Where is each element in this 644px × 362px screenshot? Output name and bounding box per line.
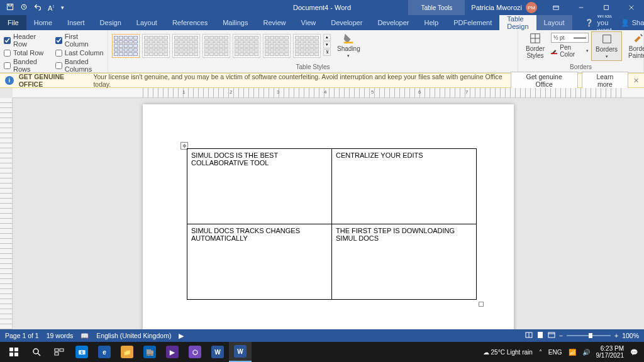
- tab-table-design[interactable]: Table Design: [499, 15, 536, 30]
- zoom-level[interactable]: 100%: [622, 332, 639, 339]
- table-resize-handle[interactable]: [479, 302, 484, 307]
- taskbar-word[interactable]: W: [229, 342, 252, 362]
- zoom-in-icon[interactable]: +: [614, 332, 618, 339]
- taskbar-app[interactable]: W: [206, 342, 229, 362]
- tray-clock[interactable]: 6:23 PM 9/17/2021: [596, 345, 625, 359]
- check-first-column[interactable]: First Column: [55, 33, 104, 48]
- ribbon-tabs: File Home Insert Design Layout Reference…: [0, 15, 644, 30]
- svg-rect-22: [14, 353, 18, 356]
- start-button[interactable]: [3, 342, 25, 362]
- border-styles-button[interactable]: Border Styles: [522, 31, 548, 60]
- zoom-slider[interactable]: [567, 335, 611, 336]
- tab-design[interactable]: Design: [92, 15, 129, 30]
- svg-rect-1: [9, 4, 12, 6]
- learn-more-button[interactable]: Learn more: [582, 72, 628, 89]
- contextual-tab-label: Table Tools: [408, 0, 465, 15]
- minimize-icon[interactable]: [569, 0, 594, 15]
- table-cell[interactable]: CENTRALIZE YOUR EDITS: [332, 149, 477, 224]
- maximize-icon[interactable]: [594, 0, 619, 15]
- status-words[interactable]: 19 words: [47, 332, 74, 339]
- tab-help[interactable]: Help: [417, 15, 447, 30]
- tray-chevron-icon[interactable]: ˄: [539, 349, 542, 356]
- info-icon: i: [5, 76, 14, 85]
- taskbar-app[interactable]: 📧: [70, 342, 93, 362]
- document-title: Document4 - Word: [293, 4, 351, 11]
- user-account[interactable]: Patricia Mworozi PM: [465, 2, 543, 13]
- search-icon[interactable]: [25, 342, 48, 362]
- tray-wifi-icon[interactable]: 📶: [569, 349, 576, 356]
- gallery-up-icon[interactable]: ▴: [323, 34, 331, 41]
- check-header-row[interactable]: Header Row: [4, 33, 49, 48]
- close-icon[interactable]: [619, 0, 644, 15]
- windows-taskbar: 📧 e 📁 🏬 ▶ ⬡ W W ☁ 25°C Light rain ˄ ENG …: [0, 342, 644, 362]
- read-mode-icon[interactable]: [525, 331, 533, 340]
- status-page[interactable]: Page 1 of 1: [5, 332, 39, 339]
- qat-more-icon[interactable]: ▾: [61, 4, 64, 11]
- banner-title: GET GENUINE OFFICE: [19, 73, 89, 88]
- undo-icon[interactable]: [34, 3, 42, 12]
- tab-references[interactable]: References: [165, 15, 215, 30]
- tell-me-search[interactable]: ❔ Tell me what you want to do: [585, 15, 612, 30]
- horizontal-ruler[interactable]: 1 2 3 4 5 6 7: [13, 88, 644, 98]
- tab-developer-2[interactable]: Developer: [370, 15, 416, 30]
- tab-table-layout[interactable]: Layout: [536, 15, 572, 30]
- check-banded-columns[interactable]: Banded Columns: [55, 58, 104, 73]
- spellcheck-icon[interactable]: 📖: [80, 332, 89, 340]
- tab-view[interactable]: View: [294, 15, 324, 30]
- taskbar-app[interactable]: ⬡: [184, 342, 206, 362]
- borders-button[interactable]: Borders ▾: [591, 31, 622, 61]
- border-weight-select[interactable]: ½ pt: [551, 33, 589, 43]
- document-table[interactable]: SIMUL DOCS IS THE BEST COLLABORATIVE TOO…: [187, 148, 477, 300]
- ribbon-options-icon[interactable]: [543, 0, 569, 15]
- check-banded-rows[interactable]: Banded Rows: [4, 58, 49, 73]
- share-button[interactable]: 👤 Share: [612, 15, 644, 30]
- tab-mailings[interactable]: Mailings: [215, 15, 255, 30]
- svg-rect-17: [548, 332, 555, 337]
- svg-rect-13: [602, 35, 611, 43]
- taskbar-app[interactable]: 🏬: [138, 342, 161, 362]
- tab-insert[interactable]: Insert: [60, 15, 92, 30]
- get-genuine-button[interactable]: Get genuine Office: [511, 72, 578, 89]
- zoom-out-icon[interactable]: −: [559, 332, 563, 339]
- banner-close-icon[interactable]: ✕: [633, 77, 639, 84]
- tab-developer[interactable]: Developer: [323, 15, 370, 30]
- table-cell[interactable]: SIMUL DOCS IS THE BEST COLLABORATIVE TOO…: [187, 149, 332, 224]
- web-layout-icon[interactable]: [548, 331, 555, 340]
- status-language[interactable]: English (United Kingdom): [96, 332, 171, 339]
- group-label-borders: Borders: [522, 63, 640, 71]
- gallery-down-icon[interactable]: ▾: [323, 41, 331, 48]
- svg-rect-12: [551, 53, 557, 54]
- print-layout-icon[interactable]: [536, 331, 544, 340]
- tab-review[interactable]: Review: [256, 15, 294, 30]
- tab-pdfelement[interactable]: PDFelement: [446, 15, 499, 30]
- pen-color-button[interactable]: Pen Color▾: [551, 44, 589, 58]
- tray-lang[interactable]: ENG: [548, 349, 562, 356]
- table-cell[interactable]: THE FIRST STEP IS DOWNLOADING SIMUL DOCS: [332, 224, 477, 300]
- task-view-icon[interactable]: [48, 342, 70, 362]
- font-size-icon[interactable]: A↕: [48, 4, 55, 12]
- macro-icon[interactable]: ▶: [179, 332, 184, 339]
- tab-file[interactable]: File: [0, 15, 26, 30]
- tray-notifications-icon[interactable]: 💬: [630, 349, 638, 356]
- avatar: PM: [526, 2, 537, 13]
- shading-button[interactable]: Shading ▾: [333, 31, 364, 60]
- svg-rect-26: [60, 349, 64, 351]
- taskbar-app[interactable]: ▶: [161, 342, 184, 362]
- tab-home[interactable]: Home: [26, 15, 60, 30]
- taskbar-app[interactable]: e: [93, 342, 116, 362]
- taskbar-app[interactable]: 📁: [116, 342, 138, 362]
- check-total-row[interactable]: Total Row: [4, 49, 49, 57]
- gallery-more-icon[interactable]: ⊻: [323, 49, 331, 56]
- tab-layout[interactable]: Layout: [129, 15, 165, 30]
- table-cell[interactable]: SIMUL DOCS TRACKS CHANGES AUTOMATICALLY: [187, 224, 332, 300]
- border-painter-button[interactable]: Border Painter: [625, 31, 644, 60]
- autosave-icon[interactable]: [20, 3, 28, 12]
- check-last-column[interactable]: Last Column: [55, 49, 104, 57]
- weather-widget[interactable]: ☁ 25°C Light rain: [483, 349, 533, 356]
- vertical-ruler[interactable]: [0, 98, 13, 329]
- table-row: SIMUL DOCS IS THE BEST COLLABORATIVE TOO…: [187, 149, 477, 224]
- save-icon[interactable]: [6, 3, 14, 12]
- table-styles-gallery[interactable]: [112, 31, 321, 60]
- document-area[interactable]: ✥ SIMUL DOCS IS THE BEST COLLABORATIVE T…: [13, 98, 644, 329]
- tray-volume-icon[interactable]: 🔊: [582, 349, 590, 356]
